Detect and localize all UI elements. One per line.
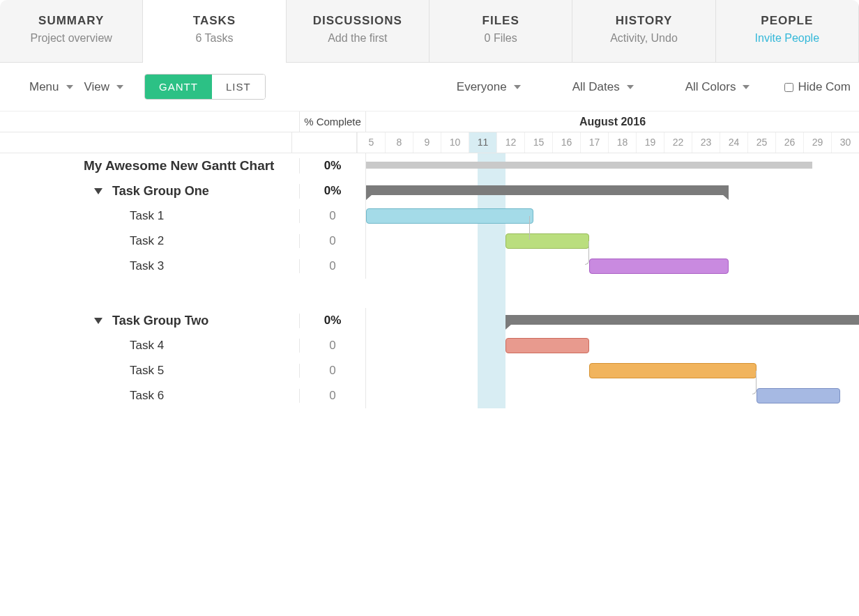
day-header-cell: 8 xyxy=(385,132,413,153)
day-header-cell: 18 xyxy=(608,132,636,153)
date-filter[interactable]: All Dates xyxy=(570,76,637,98)
task-bar[interactable] xyxy=(505,338,589,353)
chevron-down-icon xyxy=(627,85,634,89)
day-header-cell: 17 xyxy=(580,132,608,153)
dependency-line xyxy=(585,241,589,265)
day-header-cell: 10 xyxy=(441,132,469,153)
timeline-month-label: August 2016 xyxy=(366,111,859,132)
tab-people[interactable]: PEOPLE Invite People xyxy=(716,0,859,63)
invite-people-link[interactable]: Invite People xyxy=(716,32,858,45)
timeline-month-row: % Complete August 2016 xyxy=(0,111,859,132)
group-pct: 0% xyxy=(300,308,366,333)
day-header-cell: 22 xyxy=(664,132,692,153)
tab-tasks[interactable]: TASKS 6 Tasks xyxy=(143,0,286,63)
day-header-cell: 9 xyxy=(413,132,441,153)
dependency-line xyxy=(529,216,530,240)
day-header-cell: 19 xyxy=(636,132,664,153)
project-summary-bar[interactable] xyxy=(366,162,812,169)
group-bar[interactable] xyxy=(505,315,859,325)
task-name: Task 5 xyxy=(0,364,300,378)
list-view-button[interactable]: LIST xyxy=(212,75,265,99)
day-header-cell: 25 xyxy=(747,132,775,153)
color-filter[interactable]: All Colors xyxy=(683,76,753,98)
tab-subtitle: 0 Files xyxy=(430,32,572,45)
project-row[interactable]: My Awesome New Gantt Chart 0% xyxy=(0,153,859,178)
group-bar[interactable] xyxy=(366,185,729,195)
day-header-cell: 23 xyxy=(692,132,720,153)
day-header-cell: 11 xyxy=(469,132,496,153)
day-header-cell: 12 xyxy=(496,132,524,153)
tab-subtitle: Add the first xyxy=(287,32,429,45)
task-name: Task 6 xyxy=(0,389,300,403)
tab-files[interactable]: FILES 0 Files xyxy=(430,0,572,63)
tab-subtitle: Activity, Undo xyxy=(572,32,715,45)
tab-title: DISCUSSIONS xyxy=(287,14,429,28)
task-pct: 0 xyxy=(300,229,366,254)
day-header-cell: 15 xyxy=(524,132,552,153)
task-bar[interactable] xyxy=(589,363,757,378)
task-pct: 0 xyxy=(300,203,366,229)
task-row[interactable]: Task 3 0 xyxy=(0,254,859,279)
task-pct: 0 xyxy=(300,383,366,408)
chevron-down-icon xyxy=(743,85,750,89)
task-bar[interactable] xyxy=(505,233,589,249)
group-row[interactable]: Task Group One 0% xyxy=(0,178,859,203)
task-bar[interactable] xyxy=(366,208,533,224)
task-pct: 0 xyxy=(300,333,366,358)
day-header-cell: 5 xyxy=(357,132,385,153)
day-header-cell: 24 xyxy=(720,132,747,153)
collapse-icon[interactable] xyxy=(94,188,102,194)
gantt-view-button[interactable]: GANTT xyxy=(145,75,212,99)
tab-history[interactable]: HISTORY Activity, Undo xyxy=(572,0,715,63)
task-row[interactable]: Task 5 0 xyxy=(0,358,859,383)
task-row[interactable]: Task 6 0 xyxy=(0,383,859,408)
pct-complete-header: % Complete xyxy=(300,111,366,132)
dependency-line xyxy=(752,371,757,394)
task-row[interactable]: Task 1 0 xyxy=(0,203,859,229)
tab-title: TASKS xyxy=(143,14,285,28)
group-row[interactable]: Task Group Two 0% xyxy=(0,308,859,333)
menu-dropdown[interactable]: Menu xyxy=(26,76,76,98)
task-pct: 0 xyxy=(300,358,366,383)
hide-completed-checkbox[interactable] xyxy=(784,83,793,92)
tab-subtitle: Project overview xyxy=(0,32,142,45)
tab-subtitle: 6 Tasks xyxy=(143,32,285,45)
chevron-down-icon xyxy=(514,85,521,89)
group-pct: 0% xyxy=(300,178,366,203)
group-name: Task Group Two xyxy=(112,314,208,328)
assignee-filter[interactable]: Everyone xyxy=(454,76,524,98)
task-name: Task 2 xyxy=(0,234,300,248)
view-mode-segment: GANTT LIST xyxy=(144,74,266,100)
task-pct: 0 xyxy=(300,254,366,279)
project-name: My Awesome New Gantt Chart xyxy=(0,158,300,174)
task-row[interactable]: Task 4 0 xyxy=(0,333,859,358)
task-row[interactable]: Task 2 0 xyxy=(0,229,859,254)
hide-completed-toggle[interactable]: Hide Com xyxy=(784,80,851,94)
day-header-cell: 29 xyxy=(803,132,831,153)
gantt-body: My Awesome New Gantt Chart 0% Task Group… xyxy=(0,153,859,408)
tab-discussions[interactable]: DISCUSSIONS Add the first xyxy=(287,0,430,63)
tab-summary[interactable]: SUMMARY Project overview xyxy=(0,0,143,63)
nav-tabs: SUMMARY Project overview TASKS 6 Tasks D… xyxy=(0,0,859,63)
task-bar[interactable] xyxy=(589,259,729,274)
tab-title: PEOPLE xyxy=(716,14,858,28)
timeline-day-row: 589101112151617181922232425262930 xyxy=(0,132,859,153)
tab-title: SUMMARY xyxy=(0,14,142,28)
day-header-cell: 26 xyxy=(775,132,803,153)
day-header-cell: 30 xyxy=(831,132,859,153)
project-pct: 0% xyxy=(300,153,366,178)
collapse-icon[interactable] xyxy=(94,318,102,324)
tab-title: HISTORY xyxy=(572,14,715,28)
task-name: Task 3 xyxy=(0,259,300,273)
task-bar[interactable] xyxy=(757,388,840,403)
task-name: Task 1 xyxy=(0,209,300,223)
view-dropdown[interactable]: View xyxy=(82,76,127,98)
toolbar: Menu View GANTT LIST Everyone All Dates … xyxy=(0,63,859,111)
task-name: Task 4 xyxy=(0,339,300,353)
day-header-cell: 16 xyxy=(552,132,580,153)
chevron-down-icon xyxy=(116,85,123,89)
chevron-down-icon xyxy=(66,85,73,89)
tab-title: FILES xyxy=(430,14,572,28)
group-name: Task Group One xyxy=(112,184,209,199)
